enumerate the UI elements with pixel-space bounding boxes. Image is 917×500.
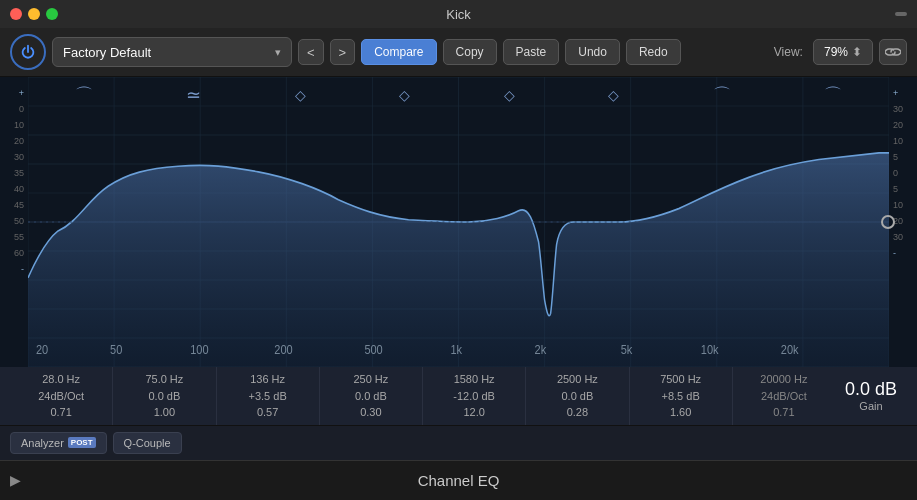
- eq-curve[interactable]: 20 50 100 200 500 1k 2k 5k 10k 20k: [28, 77, 889, 367]
- band-3-gain: +3.5 dB: [249, 388, 287, 405]
- band-1-freq: 28.0 Hz: [42, 371, 80, 388]
- band-handle-7[interactable]: ⌒: [713, 83, 731, 107]
- power-button[interactable]: [10, 34, 46, 70]
- post-badge: POST: [68, 437, 96, 448]
- view-label: View:: [774, 45, 803, 59]
- eq-main[interactable]: ⌒ ≃ ◇ ◇ ◇ ◇ ⌒ ⌒: [28, 77, 889, 367]
- svg-text:50: 50: [110, 342, 123, 356]
- band-3-q: 0.57: [257, 404, 278, 421]
- svg-text:20: 20: [36, 342, 49, 356]
- paste-button[interactable]: Paste: [503, 39, 560, 65]
- left-axis: + 0 10 20 30 35 40 45 50 55 60 -: [0, 77, 28, 367]
- band-col-1[interactable]: 28.0 Hz 24dB/Oct 0.71: [10, 367, 113, 425]
- maximize-dot[interactable]: [46, 8, 58, 20]
- band-col-7[interactable]: 7500 Hz +8.5 dB 1.60: [630, 367, 733, 425]
- analyzer-label: Analyzer: [21, 437, 64, 449]
- svg-text:500: 500: [364, 342, 383, 356]
- copy-button[interactable]: Copy: [443, 39, 497, 65]
- view-percent-value: 79%: [824, 45, 848, 59]
- controls-bar: Factory Default ▾ < > Compare Copy Paste…: [0, 28, 917, 77]
- view-percent-control[interactable]: 79% ⬍: [813, 39, 873, 65]
- band-4-q: 0.30: [360, 404, 381, 421]
- band-handle-6[interactable]: ◇: [608, 87, 619, 103]
- band-6-gain: 0.0 dB: [561, 388, 593, 405]
- band-col-3[interactable]: 136 Hz +3.5 dB 0.57: [217, 367, 320, 425]
- band-col-2[interactable]: 75.0 Hz 0.0 dB 1.00: [113, 367, 216, 425]
- plugin-title: Channel EQ: [418, 472, 500, 489]
- band-parameters: 28.0 Hz 24dB/Oct 0.71 75.0 Hz 0.0 dB 1.0…: [0, 367, 917, 425]
- footer: ▶ Channel EQ: [0, 460, 917, 500]
- band-col-4[interactable]: 250 Hz 0.0 dB 0.30: [320, 367, 423, 425]
- output-handle[interactable]: [881, 215, 895, 229]
- band-1-q: 0.71: [50, 404, 71, 421]
- band-6-freq: 2500 Hz: [557, 371, 598, 388]
- q-couple-button[interactable]: Q-Couple: [113, 432, 182, 454]
- undo-button[interactable]: Undo: [565, 39, 620, 65]
- svg-text:1k: 1k: [450, 342, 462, 356]
- link-button[interactable]: [879, 39, 907, 65]
- band-5-freq: 1580 Hz: [454, 371, 495, 388]
- compare-button[interactable]: Compare: [361, 39, 436, 65]
- q-couple-label: Q-Couple: [124, 437, 171, 449]
- preset-name: Factory Default: [63, 45, 151, 60]
- play-button[interactable]: ▶: [10, 472, 21, 488]
- band-params-list: 28.0 Hz 24dB/Oct 0.71 75.0 Hz 0.0 dB 1.0…: [10, 367, 835, 425]
- band-handles[interactable]: ⌒ ≃ ◇ ◇ ◇ ◇ ⌒ ⌒: [28, 83, 889, 107]
- svg-text:5k: 5k: [621, 342, 633, 356]
- band-handle-1[interactable]: ⌒: [75, 83, 93, 107]
- next-preset-button[interactable]: >: [330, 39, 356, 65]
- gain-display: 0.0 dB Gain: [835, 367, 907, 425]
- band-handle-2[interactable]: ≃: [186, 84, 201, 106]
- band-2-freq: 75.0 Hz: [145, 371, 183, 388]
- svg-text:2k: 2k: [535, 342, 547, 356]
- band-4-freq: 250 Hz: [353, 371, 388, 388]
- gain-label: Gain: [859, 400, 882, 412]
- band-8-q: 0.71: [773, 404, 794, 421]
- band-7-freq: 7500 Hz: [660, 371, 701, 388]
- bottom-toolbar: Analyzer POST Q-Couple: [0, 425, 917, 460]
- view-percent-arrows-icon: ⬍: [852, 45, 862, 59]
- redo-button[interactable]: Redo: [626, 39, 681, 65]
- window-title: Kick: [446, 7, 471, 22]
- analyzer-button[interactable]: Analyzer POST: [10, 432, 107, 454]
- gain-value: 0.0 dB: [845, 379, 897, 400]
- dropdown-arrow-icon: ▾: [275, 46, 281, 59]
- minimize-bar[interactable]: [895, 12, 907, 16]
- svg-text:200: 200: [274, 342, 293, 356]
- svg-text:20k: 20k: [781, 342, 799, 356]
- prev-preset-button[interactable]: <: [298, 39, 324, 65]
- band-2-q: 1.00: [154, 404, 175, 421]
- band-6-q: 0.28: [567, 404, 588, 421]
- close-dot[interactable]: [10, 8, 22, 20]
- band-1-gain: 24dB/Oct: [38, 388, 84, 405]
- band-handle-3[interactable]: ◇: [295, 87, 306, 103]
- band-8-gain: 24dB/Oct: [761, 388, 807, 405]
- band-5-q: 12.0: [463, 404, 484, 421]
- window-controls: [10, 8, 58, 20]
- title-bar: Kick: [0, 0, 917, 28]
- band-handle-4[interactable]: ◇: [399, 87, 410, 103]
- band-handle-5[interactable]: ◇: [504, 87, 515, 103]
- band-handle-8[interactable]: ⌒: [824, 83, 842, 107]
- band-7-q: 1.60: [670, 404, 691, 421]
- band-8-freq: 20000 Hz: [760, 371, 807, 388]
- band-4-gain: 0.0 dB: [355, 388, 387, 405]
- preset-dropdown[interactable]: Factory Default ▾: [52, 37, 292, 67]
- svg-text:100: 100: [190, 342, 209, 356]
- band-col-8[interactable]: 20000 Hz 24dB/Oct 0.71: [733, 367, 835, 425]
- band-col-5[interactable]: 1580 Hz -12.0 dB 12.0: [423, 367, 526, 425]
- eq-display[interactable]: + 0 10 20 30 35 40 45 50 55 60 - ⌒ ≃ ◇ ◇…: [0, 77, 917, 367]
- svg-text:10k: 10k: [701, 342, 719, 356]
- band-7-gain: +8.5 dB: [662, 388, 700, 405]
- band-5-gain: -12.0 dB: [453, 388, 495, 405]
- band-2-gain: 0.0 dB: [148, 388, 180, 405]
- band-3-freq: 136 Hz: [250, 371, 285, 388]
- minimize-dot[interactable]: [28, 8, 40, 20]
- band-col-6[interactable]: 2500 Hz 0.0 dB 0.28: [526, 367, 629, 425]
